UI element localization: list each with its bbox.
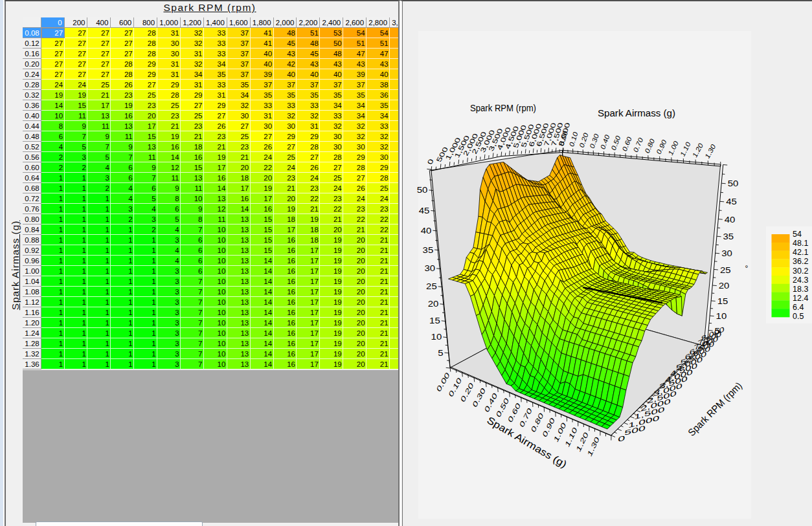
svg-text:20: 20 — [428, 299, 439, 309]
svg-text:30: 30 — [424, 263, 435, 273]
svg-text:15: 15 — [717, 296, 728, 306]
svg-text:6.4: 6.4 — [793, 303, 804, 312]
svg-text:10: 10 — [431, 332, 442, 342]
svg-text:5: 5 — [715, 326, 720, 336]
svg-text:50: 50 — [417, 185, 428, 195]
svg-text:5: 5 — [438, 348, 443, 358]
svg-text:24.3: 24.3 — [793, 276, 808, 285]
svg-text:40: 40 — [421, 226, 432, 236]
svg-text:35: 35 — [423, 245, 434, 255]
svg-text:48.1: 48.1 — [793, 239, 808, 248]
svg-text:36.2: 36.2 — [793, 257, 808, 266]
svg-text:30.2: 30.2 — [793, 267, 808, 276]
svg-text:Spark RPM (rpm): Spark RPM (rpm) — [470, 102, 536, 113]
svg-text:10: 10 — [716, 311, 727, 321]
svg-text:0.5: 0.5 — [793, 312, 804, 321]
svg-text:25: 25 — [426, 281, 437, 291]
svg-text:35: 35 — [723, 232, 734, 241]
svg-text:54: 54 — [793, 230, 802, 239]
svg-text:Spark Airmass (g): Spark Airmass (g) — [598, 107, 675, 118]
svg-text:30: 30 — [721, 248, 732, 258]
svg-text:15: 15 — [429, 316, 440, 325]
svg-text:°: ° — [745, 264, 749, 273]
svg-text:40: 40 — [725, 215, 736, 225]
svg-text:20: 20 — [719, 281, 730, 290]
svg-text:12.4: 12.4 — [793, 294, 808, 303]
svg-text:50: 50 — [728, 179, 739, 188]
svg-text:45: 45 — [726, 197, 737, 206]
svg-text:42.1: 42.1 — [793, 248, 808, 257]
svg-text:18.3: 18.3 — [793, 285, 808, 294]
svg-text:25: 25 — [720, 265, 731, 275]
svg-text:45: 45 — [419, 206, 430, 215]
